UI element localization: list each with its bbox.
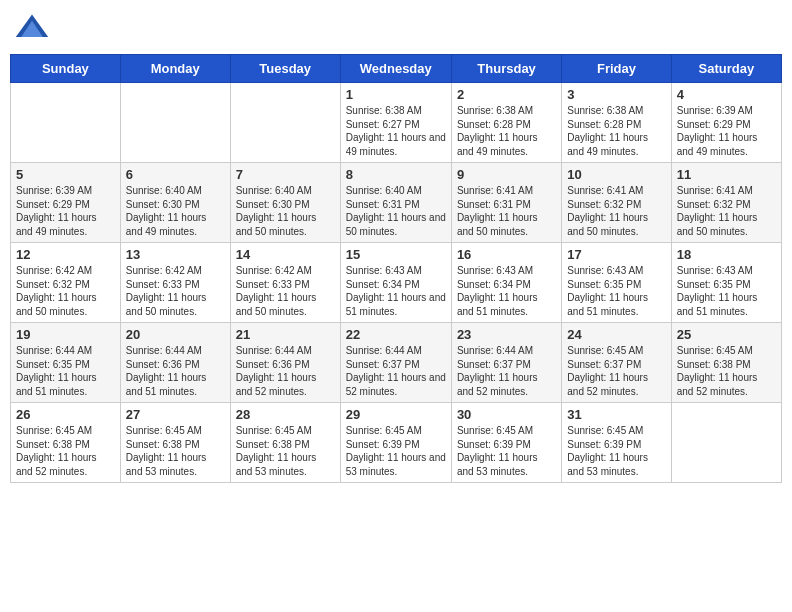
day-number: 20: [126, 327, 225, 342]
calendar-day-cell: 1Sunrise: 6:38 AM Sunset: 6:27 PM Daylig…: [340, 83, 451, 163]
calendar-day-cell: 17Sunrise: 6:43 AM Sunset: 6:35 PM Dayli…: [562, 243, 671, 323]
day-of-week-header: Thursday: [451, 55, 561, 83]
calendar-day-cell: 30Sunrise: 6:45 AM Sunset: 6:39 PM Dayli…: [451, 403, 561, 483]
day-info: Sunrise: 6:40 AM Sunset: 6:31 PM Dayligh…: [346, 184, 446, 238]
day-number: 18: [677, 247, 776, 262]
day-number: 19: [16, 327, 115, 342]
day-info: Sunrise: 6:40 AM Sunset: 6:30 PM Dayligh…: [126, 184, 225, 238]
day-number: 31: [567, 407, 665, 422]
calendar-day-cell: 9Sunrise: 6:41 AM Sunset: 6:31 PM Daylig…: [451, 163, 561, 243]
day-info: Sunrise: 6:43 AM Sunset: 6:34 PM Dayligh…: [457, 264, 556, 318]
calendar-day-cell: 13Sunrise: 6:42 AM Sunset: 6:33 PM Dayli…: [120, 243, 230, 323]
calendar-day-cell: 23Sunrise: 6:44 AM Sunset: 6:37 PM Dayli…: [451, 323, 561, 403]
calendar-day-cell: 14Sunrise: 6:42 AM Sunset: 6:33 PM Dayli…: [230, 243, 340, 323]
day-number: 15: [346, 247, 446, 262]
page-header: [10, 10, 782, 46]
calendar-week-row: 5Sunrise: 6:39 AM Sunset: 6:29 PM Daylig…: [11, 163, 782, 243]
calendar-day-cell: 29Sunrise: 6:45 AM Sunset: 6:39 PM Dayli…: [340, 403, 451, 483]
calendar-day-cell: 25Sunrise: 6:45 AM Sunset: 6:38 PM Dayli…: [671, 323, 781, 403]
calendar-day-cell: 5Sunrise: 6:39 AM Sunset: 6:29 PM Daylig…: [11, 163, 121, 243]
day-info: Sunrise: 6:44 AM Sunset: 6:37 PM Dayligh…: [346, 344, 446, 398]
day-number: 28: [236, 407, 335, 422]
day-info: Sunrise: 6:40 AM Sunset: 6:30 PM Dayligh…: [236, 184, 335, 238]
calendar-day-cell: 10Sunrise: 6:41 AM Sunset: 6:32 PM Dayli…: [562, 163, 671, 243]
day-number: 10: [567, 167, 665, 182]
day-info: Sunrise: 6:41 AM Sunset: 6:31 PM Dayligh…: [457, 184, 556, 238]
day-number: 16: [457, 247, 556, 262]
day-info: Sunrise: 6:45 AM Sunset: 6:38 PM Dayligh…: [236, 424, 335, 478]
calendar-day-cell: 31Sunrise: 6:45 AM Sunset: 6:39 PM Dayli…: [562, 403, 671, 483]
calendar-day-cell: 7Sunrise: 6:40 AM Sunset: 6:30 PM Daylig…: [230, 163, 340, 243]
day-of-week-header: Monday: [120, 55, 230, 83]
day-number: 26: [16, 407, 115, 422]
day-number: 23: [457, 327, 556, 342]
calendar-day-cell: 22Sunrise: 6:44 AM Sunset: 6:37 PM Dayli…: [340, 323, 451, 403]
calendar-day-cell: [671, 403, 781, 483]
day-info: Sunrise: 6:43 AM Sunset: 6:35 PM Dayligh…: [677, 264, 776, 318]
day-info: Sunrise: 6:38 AM Sunset: 6:28 PM Dayligh…: [567, 104, 665, 158]
day-number: 21: [236, 327, 335, 342]
calendar-day-cell: 18Sunrise: 6:43 AM Sunset: 6:35 PM Dayli…: [671, 243, 781, 323]
day-number: 27: [126, 407, 225, 422]
calendar-day-cell: 19Sunrise: 6:44 AM Sunset: 6:35 PM Dayli…: [11, 323, 121, 403]
day-number: 9: [457, 167, 556, 182]
day-number: 4: [677, 87, 776, 102]
day-number: 22: [346, 327, 446, 342]
day-number: 6: [126, 167, 225, 182]
day-number: 1: [346, 87, 446, 102]
day-info: Sunrise: 6:38 AM Sunset: 6:27 PM Dayligh…: [346, 104, 446, 158]
calendar-day-cell: 12Sunrise: 6:42 AM Sunset: 6:32 PM Dayli…: [11, 243, 121, 323]
day-info: Sunrise: 6:44 AM Sunset: 6:37 PM Dayligh…: [457, 344, 556, 398]
calendar-day-cell: 26Sunrise: 6:45 AM Sunset: 6:38 PM Dayli…: [11, 403, 121, 483]
day-info: Sunrise: 6:43 AM Sunset: 6:35 PM Dayligh…: [567, 264, 665, 318]
logo: [14, 10, 52, 46]
day-number: 12: [16, 247, 115, 262]
day-info: Sunrise: 6:39 AM Sunset: 6:29 PM Dayligh…: [677, 104, 776, 158]
day-number: 17: [567, 247, 665, 262]
day-info: Sunrise: 6:44 AM Sunset: 6:36 PM Dayligh…: [126, 344, 225, 398]
day-number: 8: [346, 167, 446, 182]
day-info: Sunrise: 6:42 AM Sunset: 6:32 PM Dayligh…: [16, 264, 115, 318]
calendar-day-cell: [120, 83, 230, 163]
calendar-day-cell: 3Sunrise: 6:38 AM Sunset: 6:28 PM Daylig…: [562, 83, 671, 163]
day-info: Sunrise: 6:38 AM Sunset: 6:28 PM Dayligh…: [457, 104, 556, 158]
day-info: Sunrise: 6:42 AM Sunset: 6:33 PM Dayligh…: [236, 264, 335, 318]
day-info: Sunrise: 6:41 AM Sunset: 6:32 PM Dayligh…: [567, 184, 665, 238]
calendar-day-cell: 4Sunrise: 6:39 AM Sunset: 6:29 PM Daylig…: [671, 83, 781, 163]
calendar-day-cell: 27Sunrise: 6:45 AM Sunset: 6:38 PM Dayli…: [120, 403, 230, 483]
day-number: 2: [457, 87, 556, 102]
day-info: Sunrise: 6:39 AM Sunset: 6:29 PM Dayligh…: [16, 184, 115, 238]
day-info: Sunrise: 6:44 AM Sunset: 6:36 PM Dayligh…: [236, 344, 335, 398]
day-of-week-header: Tuesday: [230, 55, 340, 83]
calendar-day-cell: 6Sunrise: 6:40 AM Sunset: 6:30 PM Daylig…: [120, 163, 230, 243]
calendar-day-cell: 8Sunrise: 6:40 AM Sunset: 6:31 PM Daylig…: [340, 163, 451, 243]
logo-icon: [14, 10, 50, 46]
calendar-day-cell: 11Sunrise: 6:41 AM Sunset: 6:32 PM Dayli…: [671, 163, 781, 243]
day-number: 24: [567, 327, 665, 342]
calendar-day-cell: [230, 83, 340, 163]
day-info: Sunrise: 6:45 AM Sunset: 6:39 PM Dayligh…: [457, 424, 556, 478]
day-info: Sunrise: 6:45 AM Sunset: 6:38 PM Dayligh…: [126, 424, 225, 478]
day-info: Sunrise: 6:42 AM Sunset: 6:33 PM Dayligh…: [126, 264, 225, 318]
day-info: Sunrise: 6:45 AM Sunset: 6:38 PM Dayligh…: [677, 344, 776, 398]
calendar-day-cell: 15Sunrise: 6:43 AM Sunset: 6:34 PM Dayli…: [340, 243, 451, 323]
day-info: Sunrise: 6:44 AM Sunset: 6:35 PM Dayligh…: [16, 344, 115, 398]
calendar-week-row: 26Sunrise: 6:45 AM Sunset: 6:38 PM Dayli…: [11, 403, 782, 483]
calendar-day-cell: 21Sunrise: 6:44 AM Sunset: 6:36 PM Dayli…: [230, 323, 340, 403]
calendar-day-cell: 20Sunrise: 6:44 AM Sunset: 6:36 PM Dayli…: [120, 323, 230, 403]
day-number: 30: [457, 407, 556, 422]
day-of-week-header: Sunday: [11, 55, 121, 83]
calendar-day-cell: 16Sunrise: 6:43 AM Sunset: 6:34 PM Dayli…: [451, 243, 561, 323]
day-number: 13: [126, 247, 225, 262]
calendar-table: SundayMondayTuesdayWednesdayThursdayFrid…: [10, 54, 782, 483]
calendar-day-cell: 28Sunrise: 6:45 AM Sunset: 6:38 PM Dayli…: [230, 403, 340, 483]
day-number: 11: [677, 167, 776, 182]
day-number: 25: [677, 327, 776, 342]
calendar-week-row: 19Sunrise: 6:44 AM Sunset: 6:35 PM Dayli…: [11, 323, 782, 403]
day-of-week-header: Friday: [562, 55, 671, 83]
day-number: 5: [16, 167, 115, 182]
calendar-week-row: 12Sunrise: 6:42 AM Sunset: 6:32 PM Dayli…: [11, 243, 782, 323]
calendar-day-cell: 24Sunrise: 6:45 AM Sunset: 6:37 PM Dayli…: [562, 323, 671, 403]
calendar-header-row: SundayMondayTuesdayWednesdayThursdayFrid…: [11, 55, 782, 83]
calendar-day-cell: 2Sunrise: 6:38 AM Sunset: 6:28 PM Daylig…: [451, 83, 561, 163]
